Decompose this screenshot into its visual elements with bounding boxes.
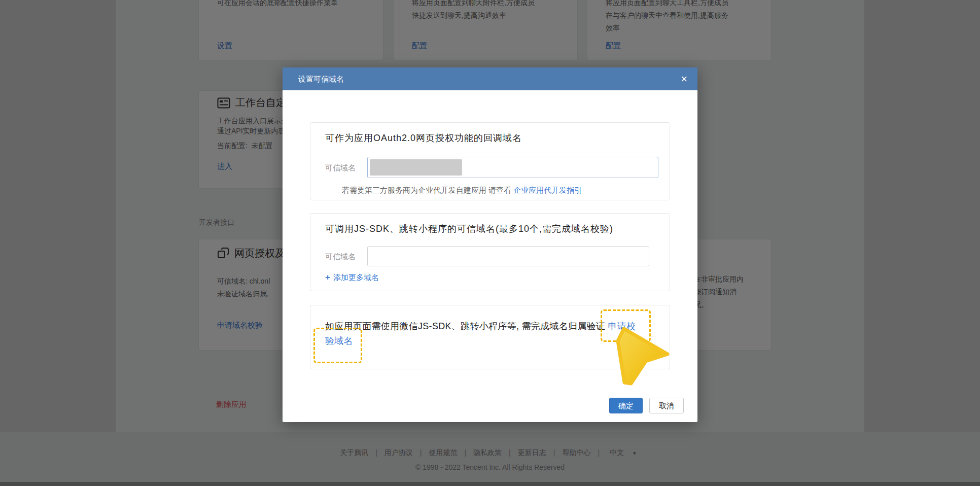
jssdk-domain-section: 可调用JS-SDK、跳转小程序的可信域名(最多10个,需完成域名校验) 可信域名…: [310, 213, 670, 291]
oauth-section-title: 可作为应用OAuth2.0网页授权功能的回调域名: [325, 132, 522, 144]
jssdk-section-title: 可调用JS-SDK、跳转小程序的可信域名(最多10个,需完成域名校验): [325, 223, 613, 235]
trusted-domain-modal: 设置可信域名 × 可作为应用OAuth2.0网页授权功能的回调域名 可信域名 若…: [283, 67, 697, 422]
close-icon[interactable]: ×: [681, 67, 687, 90]
modal-title: 设置可信域名: [298, 67, 344, 90]
annotation-cursor-arrow: [615, 327, 681, 403]
domain-verify-section: 如应用页面需使用微信JS-SDK、跳转小程序等, 需完成域名归属验证 申请校 验…: [310, 305, 670, 369]
plus-icon: +: [325, 272, 330, 283]
annotation-highlight-box: [313, 328, 362, 363]
modal-header: 设置可信域名 ×: [283, 67, 697, 90]
trusted-domain-label: 可信域名: [325, 163, 356, 173]
dev-guide-link[interactable]: 企业应用代开发指引: [513, 186, 582, 194]
trusted-domain-label: 可信域名: [325, 252, 356, 262]
jssdk-domain-input[interactable]: [367, 246, 649, 266]
add-more-domains-link[interactable]: + 添加更多域名: [325, 272, 379, 283]
redacted-domain-value: [370, 159, 462, 176]
oauth-callback-section: 可作为应用OAuth2.0网页授权功能的回调域名 可信域名 若需要第三方服务商为…: [310, 122, 670, 200]
helper-text: 若需要第三方服务商为企业代开发自建应用 请查看 企业应用代开发指引: [342, 186, 582, 195]
